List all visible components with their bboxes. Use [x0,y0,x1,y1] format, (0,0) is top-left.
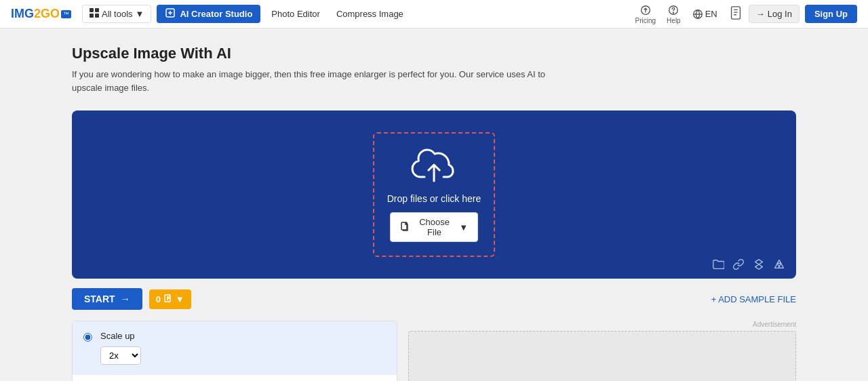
chevron-down-icon: ▼ [136,9,144,19]
scale-up-content: Scale up 2x 4x 8x [100,331,141,365]
drop-zone-bottom-icons [712,258,785,270]
ai-creator-button[interactable]: AI Creator Studio [157,5,260,23]
scale-up-option: Scale up 2x 4x 8x [73,321,397,375]
drop-zone-wrapper: Drop files or click here Choose File ▼ [72,111,796,279]
files-icon [163,294,173,305]
logo-badge: ™ [61,10,71,18]
page-title: Upscale Image With AI [72,45,796,62]
chevron-down-icon: ▼ [459,222,468,233]
grid-icon [90,8,99,20]
help-link[interactable]: Help [667,4,681,24]
ai-icon [165,7,176,20]
arrow-right-icon: → [121,294,130,304]
logo[interactable]: IMG2GO ™ [11,7,71,21]
svg-rect-3 [95,14,99,18]
ad-label: Advertisement [753,321,796,328]
add-sample-label: + ADD SAMPLE FILE [711,294,796,304]
history-icon [728,5,743,20]
pricing-link[interactable]: Pricing [635,4,656,24]
svg-rect-8 [731,6,740,18]
googledrive-icon[interactable] [773,258,785,270]
login-button[interactable]: → Log In [749,5,800,23]
help-icon [667,4,679,16]
login-label: Log In [768,9,792,19]
navbar: IMG2GO ™ All tools ▼ AI Creator Studio P… [0,0,868,28]
files-count-badge[interactable]: 0 ▼ [149,289,191,309]
login-icon: → [756,9,765,19]
start-button[interactable]: START → [72,288,142,310]
link-icon[interactable] [732,258,745,270]
svg-rect-2 [90,14,94,18]
help-label: Help [667,17,681,24]
svg-point-6 [673,12,674,13]
drop-zone[interactable]: Drop files or click here Choose File ▼ [373,132,495,257]
ad-box [408,331,796,381]
dimensions-option: Width: PX Height: PX [73,375,397,381]
all-tools-label: All tools [102,9,133,19]
svg-rect-0 [90,8,94,12]
action-bar: START → 0 ▼ + ADD SAMPLE FILE [72,288,796,310]
ai-creator-label: AI Creator Studio [180,9,252,19]
folder-icon[interactable] [712,258,724,270]
compress-image-link[interactable]: Compress Image [331,6,409,22]
chevron-down-icon: ▼ [176,294,184,304]
language-selector[interactable]: EN [692,8,717,20]
choose-file-button[interactable]: Choose File ▼ [390,212,478,242]
logo-text: IMG2GO [11,7,60,21]
drop-text: Drop files or click here [387,193,481,204]
cloud-upload-icon [410,147,458,185]
pricing-label: Pricing [635,17,656,24]
pricing-icon [639,4,652,16]
main-content: Upscale Image With AI If you are wonderi… [61,28,807,381]
svg-rect-1 [95,8,99,12]
all-tools-button[interactable]: All tools ▼ [82,5,151,23]
photo-editor-link[interactable]: Photo Editor [266,6,326,22]
history-button[interactable] [728,5,743,23]
start-label: START [84,294,115,304]
page-description: If you are wondering how to make an imag… [72,68,574,94]
file-icon [400,222,410,233]
dropbox-icon[interactable] [753,258,765,270]
files-count: 0 [156,294,161,304]
options-container: Scale up 2x 4x 8x Width: P [72,321,796,381]
lang-label: EN [705,9,717,19]
globe-icon [692,8,704,20]
scale-up-radio[interactable] [83,333,92,342]
ad-panel: Advertisement [408,321,796,381]
options-panel: Scale up 2x 4x 8x Width: P [72,321,397,381]
nav-icons: Pricing Help EN [635,4,743,24]
choose-file-label: Choose File [414,217,455,237]
signup-button[interactable]: Sign Up [805,5,857,23]
add-sample-button[interactable]: + ADD SAMPLE FILE [711,294,796,304]
scale-up-label: Scale up [100,331,141,341]
scale-select[interactable]: 2x 4x 8x [100,346,141,365]
